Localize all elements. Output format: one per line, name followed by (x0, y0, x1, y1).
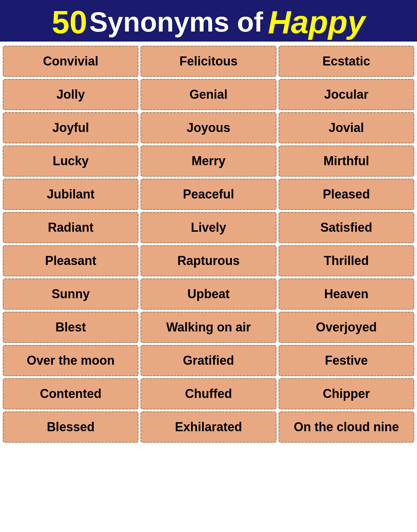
synonyms-grid: ConvivialFelicitousEcstaticJollyGenialJo… (3, 46, 414, 443)
word-label: Genial (189, 88, 227, 101)
word-cell: Contented (3, 378, 138, 409)
word-label: Heaven (324, 287, 369, 301)
word-cell: Peaceful (140, 179, 276, 210)
word-cell: Jovial (279, 112, 414, 143)
word-label: Exhilarated (175, 420, 242, 434)
word-cell: Jocular (279, 79, 414, 110)
word-label: Jubilant (47, 187, 94, 201)
title-synonyms-text: Synonyms of (89, 8, 263, 36)
word-cell: On the cloud nine (279, 411, 414, 443)
word-label: Pleasant (45, 254, 96, 268)
word-label: Upbeat (187, 287, 229, 301)
word-cell: Merry (140, 145, 276, 177)
title-line: 50Synonyms ofHappy (7, 6, 410, 38)
word-cell: Sunny (3, 278, 138, 310)
word-label: Joyous (187, 121, 230, 135)
word-cell: Jubilant (3, 179, 138, 210)
word-cell: Chuffed (140, 378, 276, 409)
website-bottom (0, 524, 417, 532)
word-label: Lucky (53, 154, 89, 168)
word-label: Overjoyed (316, 320, 377, 334)
word-cell: Gratified (140, 345, 276, 376)
word-label: Jovial (329, 121, 364, 135)
word-label: Gratified (183, 354, 234, 367)
word-label: Peaceful (183, 187, 234, 201)
word-cell: Over the moon (3, 345, 138, 376)
title-happy: Happy (268, 6, 365, 38)
word-label: Jocular (324, 88, 369, 101)
word-cell: Lucky (3, 145, 138, 177)
website-top (0, 42, 417, 44)
word-cell: Jolly (3, 79, 138, 110)
word-label: Ecstatic (323, 54, 370, 68)
word-label: Blessed (47, 420, 94, 434)
word-cell: Joyful (3, 112, 138, 143)
word-label: Merry (191, 154, 225, 168)
word-cell: Blest (3, 312, 138, 343)
word-label: Thrilled (324, 254, 369, 268)
word-cell: Chipper (279, 378, 414, 409)
word-label: Walking on air (166, 320, 251, 334)
word-cell: Overjoyed (279, 312, 414, 343)
word-cell: Pleasant (3, 245, 138, 276)
word-label: On the cloud nine (294, 420, 399, 434)
word-label: Joyful (52, 121, 89, 135)
word-cell: Felicitous (140, 46, 276, 77)
word-label: Sunny (52, 287, 90, 301)
header: 50Synonyms ofHappy (0, 0, 417, 42)
word-cell: Joyous (140, 112, 276, 143)
word-cell: Genial (140, 79, 276, 110)
word-cell: Lively (140, 212, 276, 243)
word-cell: Blessed (3, 411, 138, 443)
word-label: Convivial (43, 54, 98, 68)
word-cell: Ecstatic (279, 46, 414, 77)
word-label: Felicitous (179, 54, 237, 68)
word-cell: Radiant (3, 212, 138, 243)
word-label: Festive (325, 354, 368, 367)
word-label: Chipper (323, 387, 370, 401)
word-label: Contented (40, 387, 101, 401)
word-cell: Pleased (279, 179, 414, 210)
word-cell: Convivial (3, 46, 138, 77)
word-label: Rapturous (177, 254, 239, 268)
word-label: Blest (55, 320, 86, 334)
word-cell: Festive (279, 345, 414, 376)
word-cell: Walking on air (140, 312, 276, 343)
word-label: Pleased (323, 187, 370, 201)
word-cell: Heaven (279, 278, 414, 310)
word-label: Over the moon (27, 354, 115, 367)
word-label: Radiant (48, 221, 93, 234)
word-label: Jolly (56, 88, 85, 101)
word-label: Lively (191, 221, 226, 234)
word-cell: Satisfied (279, 212, 414, 243)
word-cell: Upbeat (140, 278, 276, 310)
word-cell: Thrilled (279, 245, 414, 276)
word-cell: Exhilarated (140, 411, 276, 443)
word-cell: Rapturous (140, 245, 276, 276)
title-number: 50 (52, 6, 87, 38)
word-label: Mirthful (324, 154, 369, 168)
word-label: Satisfied (320, 221, 372, 234)
grid-container: ConvivialFelicitousEcstaticJollyGenialJo… (0, 44, 417, 524)
word-cell: Mirthful (279, 145, 414, 177)
word-label: Chuffed (185, 387, 232, 401)
